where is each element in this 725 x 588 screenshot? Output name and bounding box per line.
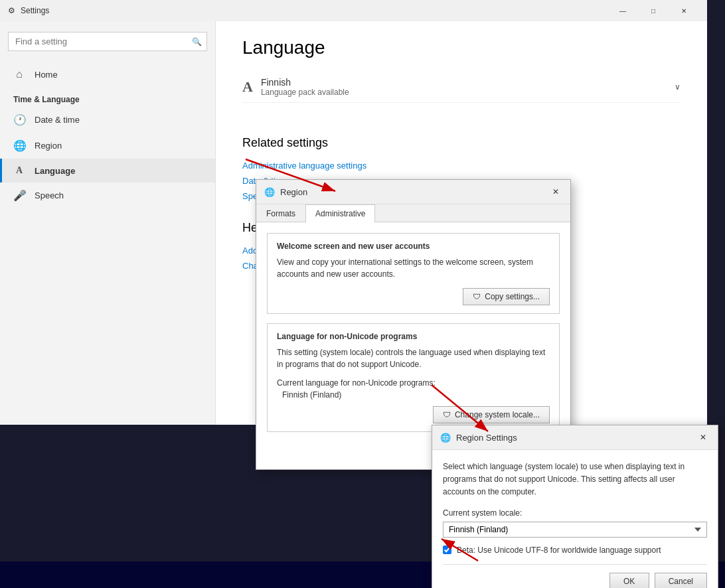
locale-value: Finnish (Finland) [282, 390, 550, 400]
language-info: Finnish Language pack available [261, 77, 675, 97]
sidebar-item-label: Home [35, 70, 58, 80]
tab-administrative[interactable]: Administrative [305, 204, 375, 222]
rs-cancel-button[interactable]: Cancel [655, 573, 707, 588]
language-name: Finnish [261, 77, 675, 88]
related-settings-heading: Related settings [242, 136, 681, 150]
rs-checkbox-label: Beta: Use Unicode UTF-8 for worldwide la… [457, 546, 661, 555]
change-locale-button[interactable]: 🛡 Change system locale... [433, 406, 550, 423]
sidebar-item-region[interactable]: 🌐 Region [0, 133, 215, 159]
welcome-section-text: View and copy your international setting… [277, 256, 550, 280]
unicode-section: Language for non-Unicode programs This s… [267, 323, 560, 432]
region-dialog-title: 🌐 Region [264, 187, 307, 197]
settings-app-icon: ⚙ [8, 6, 15, 15]
region-dialog-icon: 🌐 [264, 187, 275, 197]
sidebar-item-label: Region [35, 141, 62, 151]
title-bar: ⚙ Settings — □ ✕ [0, 0, 707, 21]
copy-settings-row: 🛡 Copy settings... [277, 288, 550, 305]
rs-btn-row: OK Cancel [443, 564, 707, 588]
rs-locale-select[interactable]: Finnish (Finland) [443, 522, 707, 538]
rs-dialog-title: 🌐 Region Settings [440, 433, 517, 443]
clock-icon: 🕐 [13, 113, 25, 126]
settings-title: Settings [21, 6, 49, 15]
welcome-section: Welcome screen and new user accounts Vie… [267, 233, 560, 314]
tab-formats[interactable]: Formats [256, 204, 305, 222]
locale-label: Current language for non-Unicode program… [277, 378, 550, 388]
chevron-down-icon: ∨ [675, 82, 681, 92]
search-box: 🔍 [8, 32, 207, 51]
rs-locale-label: Current system locale: [443, 508, 707, 518]
language-sub: Language pack available [261, 88, 675, 97]
microphone-icon: 🎤 [13, 189, 25, 202]
welcome-section-title: Welcome screen and new user accounts [277, 242, 550, 251]
sidebar-item-home[interactable]: ⌂ Home [0, 62, 215, 87]
rs-utf8-checkbox[interactable] [443, 546, 451, 554]
title-bar-left: ⚙ Settings [8, 6, 49, 15]
copy-settings-button[interactable]: 🛡 Copy settings... [463, 288, 550, 305]
language-font-icon: A [242, 78, 253, 96]
globe-icon: 🌐 [13, 139, 25, 152]
search-input[interactable] [8, 32, 207, 51]
rs-ok-button[interactable]: OK [609, 573, 649, 588]
unicode-section-text: This setting (system locale) controls th… [277, 346, 550, 370]
title-bar-controls: — □ ✕ [607, 0, 699, 21]
region-dialog-tabs: Formats Administrative [256, 204, 570, 222]
unicode-section-title: Language for non-Unicode programs [277, 332, 550, 341]
language-icon: A [13, 165, 25, 176]
sidebar-section-label: Time & Language [0, 87, 215, 107]
sidebar-item-label: Speech [35, 190, 64, 200]
region-settings-dialog: 🌐 Region Settings ✕ Select which languag… [432, 425, 718, 588]
language-item: A Finnish Language pack available ∨ [242, 72, 681, 103]
sidebar-item-label: Date & time [35, 115, 80, 125]
home-icon: ⌂ [13, 68, 25, 80]
rs-checkbox-row: Beta: Use Unicode UTF-8 for worldwide la… [443, 546, 707, 555]
region-dialog-close[interactable]: ✕ [549, 185, 562, 198]
sidebar-item-language[interactable]: A Language [0, 159, 215, 183]
rs-close-button[interactable]: ✕ [696, 431, 710, 444]
sidebar-item-speech[interactable]: 🎤 Speech [0, 183, 215, 208]
sidebar: 🔍 ⌂ Home Time & Language 🕐 Date & time 🌐… [0, 21, 216, 425]
rs-dialog-icon: 🌐 [440, 433, 451, 443]
maximize-button[interactable]: □ [638, 0, 669, 21]
minimize-button[interactable]: — [607, 0, 638, 21]
rs-body: Select which language (system locale) to… [432, 450, 718, 588]
sidebar-item-label: Language [35, 166, 75, 176]
sidebar-item-date-time[interactable]: 🕐 Date & time [0, 107, 215, 133]
copy-settings-shield-icon: 🛡 [473, 292, 481, 301]
region-dialog-title-bar: 🌐 Region ✕ [256, 180, 570, 204]
change-locale-shield-icon: 🛡 [443, 410, 451, 419]
close-button[interactable]: ✕ [669, 0, 699, 21]
rs-title-bar: 🌐 Region Settings ✕ [432, 425, 718, 450]
page-title: Language [242, 37, 681, 58]
rs-description: Select which language (system locale) to… [443, 461, 707, 499]
search-icon: 🔍 [192, 37, 202, 46]
change-locale-row: 🛡 Change system locale... [277, 406, 550, 423]
admin-language-link[interactable]: Administrative language settings [242, 161, 681, 171]
